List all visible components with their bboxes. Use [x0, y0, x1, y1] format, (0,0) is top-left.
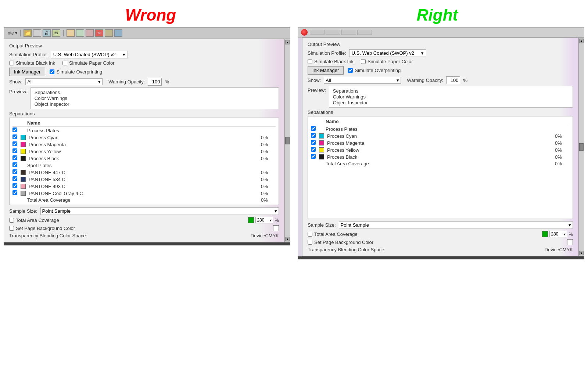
- sep-check-process-plates-left[interactable]: [12, 127, 17, 132]
- toolbar-icon-1[interactable]: 📁: [24, 29, 32, 37]
- sim-profile-label-right: Simulation Profile:: [308, 50, 346, 56]
- sample-size-label-right: Sample Size:: [308, 222, 336, 228]
- sep-name-cyan-right: Process Cyan: [326, 133, 555, 139]
- sep-row-black-left: Process Black 0%: [12, 155, 276, 162]
- wrong-panel-area: nte ▾ 📁 🖨 ✉ ✕ Output Prev: [4, 27, 290, 245]
- tac-value-select-right[interactable]: 280▾: [549, 231, 567, 237]
- left-panel-scrollbar[interactable]: ▲ ▼: [284, 39, 290, 242]
- sep-row-cyan-left: Process Cyan 0%: [12, 134, 276, 141]
- page-bg-checkbox-label-left[interactable]: Set Page Background Color: [9, 226, 75, 231]
- right-panel-scrollbar[interactable]: ▲ ▼: [578, 37, 584, 256]
- sep-row-cyan-right: Process Cyan 0%: [311, 133, 570, 139]
- simulate-black-ink-right[interactable]: Simulate Black Ink: [308, 59, 354, 64]
- ink-manager-btn-right[interactable]: Ink Manager: [308, 66, 344, 75]
- simulate-row-right: Simulate Black Ink Simulate Paper Color: [308, 59, 573, 64]
- pct-symbol-right: %: [463, 78, 467, 83]
- sep-name-process-plates-left: Process Plates: [27, 128, 261, 133]
- sep-row-tac-right: Total Area Coverage 0%: [311, 161, 570, 167]
- show-select-left[interactable]: All▾: [25, 78, 103, 85]
- sep-pct-black-right: 0%: [555, 154, 570, 160]
- toolbar-icon-6[interactable]: [76, 29, 84, 37]
- sample-size-row-right: Sample Size: Point Sample▾: [308, 221, 573, 229]
- page-bg-row-right: Set Page Background Color: [308, 239, 573, 245]
- sep-check-yellow-right[interactable]: [311, 147, 316, 152]
- sep-check-pantone493-left[interactable]: [12, 183, 17, 188]
- show-label-left: Show:: [9, 79, 22, 84]
- sep-name-black-left: Process Black: [27, 156, 261, 161]
- sample-size-select-right[interactable]: Point Sample▾: [339, 221, 573, 229]
- simulate-black-checkbox-left[interactable]: [9, 61, 14, 65]
- tac-value-select-left[interactable]: 280▾: [255, 217, 273, 223]
- sep-table-header-left: Name: [12, 119, 276, 127]
- sep-row-spot-plates-left: Spot Plates: [12, 162, 276, 169]
- tac-row-right: Total Area Coverage 280▾ %: [308, 231, 573, 237]
- page-bg-checkbox-left[interactable]: [9, 226, 14, 231]
- transparency-label-right: Transparency Blending Color Space:: [308, 247, 386, 252]
- sim-profile-select-right[interactable]: U.S. Web Coated (SWOP) v2 ▾: [349, 49, 426, 57]
- sep-check-process-plates-right[interactable]: [311, 126, 316, 131]
- sep-row-pantone447-left: PANTONE 447 C 0%: [12, 169, 276, 176]
- tac-checkbox-left[interactable]: [9, 218, 14, 223]
- toolbar-icon-2[interactable]: [33, 29, 41, 37]
- tac-checkbox-label-left[interactable]: Total Area Coverage: [9, 217, 59, 223]
- transparency-row-left: Transparency Blending Color Space: Devic…: [9, 233, 279, 238]
- sep-check-cyan-right[interactable]: [311, 133, 316, 138]
- show-row-right: Show: All▾ Warning Opacity: 100 %: [308, 76, 573, 84]
- sep-row-yellow-left: Process Yellow 0%: [12, 148, 276, 155]
- tac-row-left: Total Area Coverage 280▾ %: [9, 217, 279, 223]
- wrong-heading: Wrong: [125, 6, 176, 24]
- sep-check-yellow-left[interactable]: [12, 148, 17, 153]
- warning-opacity-input-left[interactable]: 100: [148, 78, 162, 86]
- preview-item-objectinspector-right: Object Inspector: [333, 100, 569, 105]
- right-output-panel: Output Preview Simulation Profile: U.S. …: [302, 37, 578, 256]
- warning-opacity-input-right[interactable]: 100: [446, 76, 460, 84]
- sep-name-magenta-left: Process Magenta: [27, 142, 261, 147]
- tac-checkbox-label-right[interactable]: Total Area Coverage: [308, 231, 358, 237]
- sample-size-select-left[interactable]: Point Sample▾: [40, 207, 279, 215]
- preview-item-colorwarnings-left: Color Warnings: [35, 96, 275, 101]
- simulate-paper-checkbox-left[interactable]: [62, 61, 67, 65]
- sep-check-cyan-left[interactable]: [12, 134, 17, 139]
- sim-profile-select-left[interactable]: U.S. Web Coated (SWOP) v2 ▾: [51, 51, 128, 58]
- show-row-left: Show: All▾ Warning Opacity: 100 %: [9, 78, 279, 86]
- toolbar-icon-8[interactable]: ✕: [95, 29, 103, 37]
- simulation-profile-row-right: Simulation Profile: U.S. Web Coated (SWO…: [308, 49, 573, 57]
- sep-check-pantone447-left[interactable]: [12, 169, 17, 174]
- sep-check-magenta-right[interactable]: [311, 140, 316, 145]
- sample-size-label-left: Sample Size:: [9, 208, 37, 214]
- sep-check-spot-plates-left[interactable]: [12, 162, 17, 167]
- sep-check-pantone534-left[interactable]: [12, 176, 17, 181]
- toolbar-icon-7[interactable]: [86, 29, 94, 37]
- toolbar-icon-10[interactable]: [114, 29, 122, 37]
- sep-pct-magenta-left: 0%: [261, 142, 276, 147]
- toolbar-icon-5[interactable]: [67, 29, 75, 37]
- simulate-overprint-checkbox-right[interactable]: [348, 68, 353, 73]
- ink-manager-btn-left[interactable]: Ink Manager: [9, 68, 45, 76]
- page-bg-checkbox-right[interactable]: [308, 240, 312, 245]
- simulate-paper-color-left[interactable]: Simulate Paper Color: [62, 60, 115, 66]
- sep-header-name-left: Name: [27, 120, 261, 126]
- sep-check-magenta-left[interactable]: [12, 141, 17, 146]
- sep-check-black-left[interactable]: [12, 155, 17, 160]
- simulate-black-checkbox-right[interactable]: [308, 59, 312, 64]
- simulate-black-ink-left[interactable]: Simulate Black Ink: [9, 60, 55, 66]
- sep-header-name-right: Name: [326, 119, 555, 124]
- simulate-paper-color-right[interactable]: Simulate Paper Color: [361, 59, 413, 64]
- sep-row-pantone-coolgray-left: PANTONE Cool Gray 4 C 0%: [12, 190, 276, 197]
- sep-table-header-right: Name: [311, 118, 570, 125]
- sep-check-black-right[interactable]: [311, 154, 316, 159]
- tac-checkbox-right[interactable]: [308, 232, 312, 237]
- simulate-overprint-checkbox-left[interactable]: [50, 69, 54, 74]
- toolbar-icon-3[interactable]: 🖨: [43, 29, 51, 37]
- sep-check-coolgray-left[interactable]: [12, 190, 17, 195]
- sep-name-tac-right: Total Area Coverage: [326, 161, 555, 166]
- show-select-right[interactable]: All▾: [324, 77, 401, 84]
- simulate-paper-checkbox-right[interactable]: [361, 59, 366, 64]
- page-bg-checkbox-label-right[interactable]: Set Page Background Color: [308, 240, 373, 245]
- simulate-overprinting-right[interactable]: Simulate Overprinting: [348, 68, 401, 73]
- toolbar-icon-9[interactable]: [105, 29, 113, 37]
- toolbar-icon-4[interactable]: ✉: [52, 29, 60, 37]
- simulate-overprinting-left[interactable]: Simulate Overprinting: [50, 69, 102, 75]
- preview-label-left: Preview:: [9, 89, 28, 94]
- sep-name-spot-plates-left: Spot Plates: [27, 163, 261, 168]
